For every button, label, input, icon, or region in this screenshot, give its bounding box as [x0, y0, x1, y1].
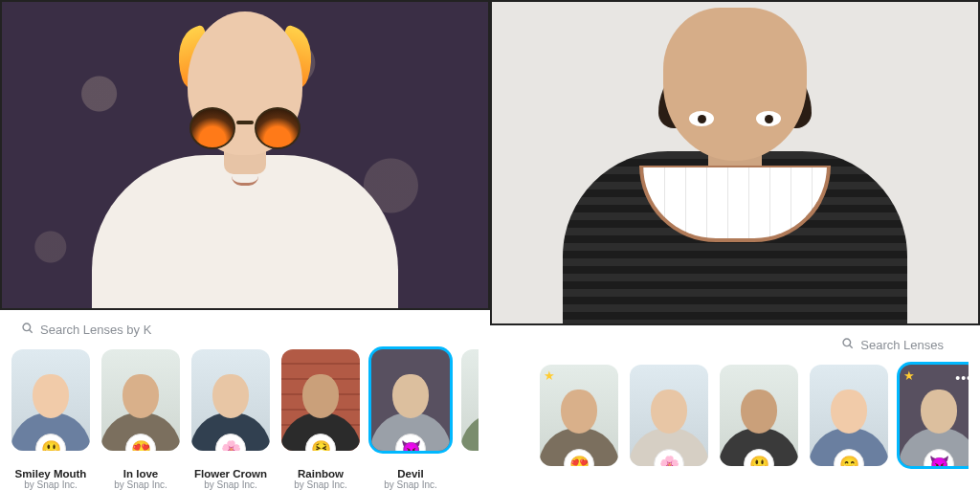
lens-card-selected[interactable]: ★•••😈 [900, 365, 969, 466]
lens-author: by Snap Inc. [114, 479, 167, 490]
lens-bit-sto[interactable]: 🐙 Bit Sto by Twi [461, 349, 479, 490]
search-placeholder: Search Lenses by K [40, 323, 151, 337]
lens-card[interactable]: 😃 [720, 365, 798, 466]
person [111, 11, 379, 308]
search-lenses-left[interactable]: Search Lenses by K [11, 318, 161, 342]
lens-strip-left: Search Lenses by K 😃 Smiley Mouth by Sna… [0, 310, 490, 490]
search-icon [841, 337, 855, 353]
lens-carousel-left[interactable]: 😃 Smiley Mouth by Snap Inc. 😍 In love by… [11, 342, 479, 490]
lens-strip-right: Search Lenses ★😍 🌸 😃 😁 ★•••😈 [490, 325, 980, 490]
video-preview-right [490, 0, 980, 325]
lens-flower-crown[interactable]: 🌸 Flower Crown by Snap Inc. [191, 349, 270, 490]
lens-carousel-right[interactable]: ★😍 🌸 😃 😁 ★•••😈 👹 [501, 357, 969, 490]
lens-label: Devil [397, 468, 424, 479]
lens-rainbow[interactable]: 🤮 Rainbow by Snap Inc. [281, 349, 360, 490]
star-icon: ★ [903, 368, 915, 383]
star-icon: ★ [544, 368, 555, 383]
svg-point-0 [23, 323, 31, 331]
lens-label: Flower Crown [194, 468, 267, 479]
lens-smiley-mouth[interactable]: 😃 Smiley Mouth by Snap Inc. [11, 349, 90, 490]
search-icon [21, 322, 34, 338]
more-icon[interactable]: ••• [955, 370, 969, 386]
lens-author: by Snap Inc. [294, 479, 347, 490]
lens-devil[interactable]: 😈 Devil by Snap Inc. [371, 349, 450, 490]
svg-point-2 [843, 339, 851, 346]
search-placeholder: Search Lenses [860, 338, 944, 352]
lens-card[interactable]: 🌸 [630, 365, 708, 466]
lens-author: by Snap Inc. [204, 479, 257, 490]
svg-line-3 [850, 345, 853, 348]
lens-card[interactable]: ★😍 [540, 365, 618, 466]
svg-line-1 [30, 330, 33, 333]
search-lenses-right[interactable]: Search Lenses [832, 333, 953, 357]
lens-label: Rainbow [298, 468, 344, 479]
video-preview-left [0, 0, 490, 310]
sunglasses-filter [188, 107, 302, 149]
lens-author: by Snap Inc. [24, 479, 78, 490]
lens-author: by Snap Inc. [384, 479, 437, 490]
lens-in-love[interactable]: 😍 In love by Snap Inc. [101, 349, 180, 490]
lens-card[interactable]: 😁 [810, 365, 888, 466]
person [591, 17, 879, 323]
lens-label: Smiley Mouth [15, 468, 87, 479]
lens-label: In love [123, 468, 158, 479]
